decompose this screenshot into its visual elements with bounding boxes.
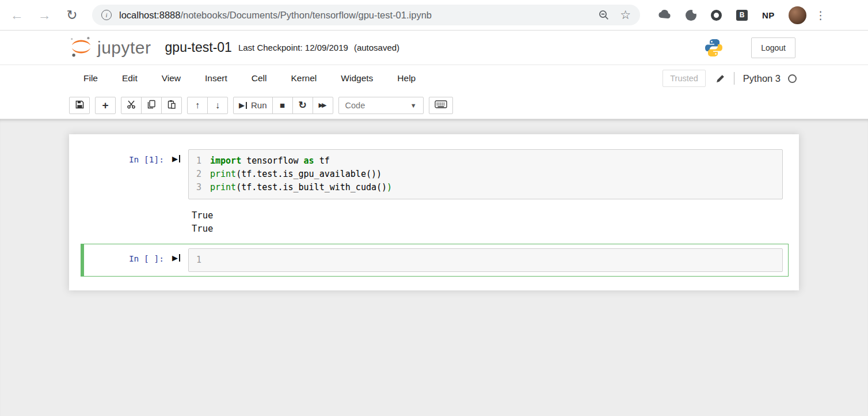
forward-icon[interactable]: → bbox=[37, 7, 52, 22]
keyboard-icon bbox=[435, 100, 447, 111]
browser-menu-icon[interactable]: ⋮ bbox=[814, 9, 827, 22]
code-editor-2[interactable]: 1 bbox=[188, 248, 783, 272]
code-cell-1[interactable]: In [1]: ▶ 1 import tensorflow as tf 2 pr… bbox=[69, 146, 799, 202]
copy-icon bbox=[147, 100, 156, 111]
browser-toolbar: ← → ↻ i localhost:8888/notebooks/Documen… bbox=[0, 0, 868, 31]
menu-item-file[interactable]: File bbox=[71, 70, 110, 87]
copy-cell-button[interactable] bbox=[141, 97, 162, 114]
line-number: 1 bbox=[189, 254, 210, 267]
down-arrow-icon: ↓ bbox=[215, 100, 220, 111]
menu-item-kernel[interactable]: Kernel bbox=[279, 70, 329, 87]
address-bar[interactable]: i localhost:8888/notebooks/Documents/Pyt… bbox=[92, 5, 640, 25]
jupyter-header: jupyter gpu-test-01 Last Checkpoint: 12/… bbox=[0, 31, 868, 65]
restart-icon: ↻ bbox=[298, 99, 306, 111]
cloud-extension-icon[interactable] bbox=[657, 9, 671, 21]
code-cell-2-selected[interactable]: In [ ]: ▶ 1 bbox=[81, 244, 789, 277]
code-line: 1 import tensorflow as tf bbox=[189, 154, 778, 168]
autosave-text: (autosaved) bbox=[354, 43, 399, 52]
run-cell-icon[interactable]: ▶ bbox=[164, 248, 188, 262]
code-line: 3 print(tf.test.is_built_with_cuda()) bbox=[189, 181, 778, 194]
save-icon bbox=[75, 100, 84, 111]
menu-item-edit[interactable]: Edit bbox=[110, 70, 150, 87]
jupyter-wordmark[interactable]: jupyter bbox=[97, 38, 151, 58]
notebook-container: In [1]: ▶ 1 import tensorflow as tf 2 pr… bbox=[69, 134, 799, 290]
bookmark-star-icon[interactable]: ☆ bbox=[620, 8, 631, 22]
add-cell-button[interactable]: + bbox=[95, 97, 116, 114]
run-cell-icon[interactable]: ▶ bbox=[164, 149, 188, 162]
keyboard-shortcuts-button[interactable] bbox=[429, 97, 453, 114]
menu-item-help[interactable]: Help bbox=[385, 70, 428, 87]
up-arrow-icon: ↑ bbox=[195, 100, 200, 111]
cell-output: True True bbox=[192, 202, 799, 237]
reload-icon[interactable]: ↻ bbox=[64, 7, 79, 22]
plus-icon: + bbox=[102, 99, 108, 112]
output-line: True bbox=[192, 209, 799, 222]
paste-cell-button[interactable] bbox=[161, 97, 182, 114]
trusted-badge[interactable]: Trusted bbox=[663, 70, 706, 87]
profile-avatar[interactable] bbox=[789, 6, 806, 24]
cell-type-select[interactable]: Code ▼ bbox=[338, 97, 424, 114]
menu-item-view[interactable]: View bbox=[150, 70, 193, 87]
url-host: localhost:8888 bbox=[119, 10, 180, 20]
cut-cell-button[interactable] bbox=[121, 97, 142, 114]
run-icon: ▶ bbox=[239, 101, 247, 109]
back-icon[interactable]: ← bbox=[9, 7, 24, 22]
run-label: Run bbox=[251, 100, 267, 110]
zoom-icon[interactable] bbox=[598, 9, 610, 21]
output-line: True bbox=[192, 222, 799, 236]
jupyter-logo-icon[interactable] bbox=[69, 35, 93, 61]
notebook-toolbar: + ↑ ↓ ▶ bbox=[0, 92, 868, 119]
restart-kernel-button[interactable]: ↻ bbox=[292, 97, 313, 114]
menubar-divider bbox=[734, 72, 734, 85]
chevron-down-icon: ▼ bbox=[410, 102, 417, 109]
extensions-row: B NP bbox=[657, 9, 775, 21]
line-number: 1 bbox=[189, 154, 210, 168]
run-button[interactable]: ▶ Run bbox=[233, 97, 273, 114]
page-info-icon[interactable]: i bbox=[101, 10, 112, 20]
menu-item-insert[interactable]: Insert bbox=[193, 70, 239, 87]
pencil-icon[interactable] bbox=[715, 74, 725, 84]
checkpoint-text: Last Checkpoint: 12/09/2019 bbox=[238, 43, 348, 52]
circle-extension-icon[interactable] bbox=[686, 10, 696, 21]
menu-item-widgets[interactable]: Widgets bbox=[329, 70, 385, 87]
logout-button[interactable]: Logout bbox=[751, 37, 795, 58]
screen: ← → ↻ i localhost:8888/notebooks/Documen… bbox=[0, 0, 868, 416]
np-extension-icon[interactable]: NP bbox=[762, 10, 775, 20]
kernel-status-icon bbox=[788, 74, 797, 83]
cell-type-value: Code bbox=[345, 101, 366, 110]
scissors-icon bbox=[127, 100, 136, 111]
save-button[interactable] bbox=[69, 97, 90, 114]
kernel-name: Python 3 bbox=[743, 73, 781, 84]
line-number: 2 bbox=[189, 168, 210, 181]
input-prompt: In [ ]: bbox=[84, 248, 164, 263]
notebook-title[interactable]: gpu-test-01 bbox=[165, 40, 232, 55]
menu-item-cell[interactable]: Cell bbox=[239, 70, 279, 87]
code-editor-1[interactable]: 1 import tensorflow as tf 2 print(tf.tes… bbox=[188, 149, 783, 199]
b-extension-icon[interactable]: B bbox=[736, 10, 748, 21]
url-path: /notebooks/Documents/Python/tensorflow/g… bbox=[180, 10, 432, 20]
notebook-menubar: File Edit View Insert Cell Kernel Widget… bbox=[0, 65, 868, 92]
menubar-right: Trusted Python 3 bbox=[663, 70, 797, 87]
url-text[interactable]: localhost:8888/notebooks/Documents/Pytho… bbox=[119, 10, 588, 21]
notebook-body: In [1]: ▶ 1 import tensorflow as tf 2 pr… bbox=[0, 119, 868, 416]
code-line: 2 print(tf.test.is_gpu_available()) bbox=[189, 168, 778, 181]
restart-run-all-button[interactable]: ▶▶ bbox=[313, 97, 333, 114]
ring-extension-icon[interactable] bbox=[711, 10, 722, 21]
interrupt-kernel-button[interactable]: ■ bbox=[272, 97, 293, 114]
fast-forward-icon: ▶▶ bbox=[319, 101, 327, 109]
move-cell-down-button[interactable]: ↓ bbox=[207, 97, 228, 114]
move-cell-up-button[interactable]: ↑ bbox=[187, 97, 208, 114]
paste-icon bbox=[167, 100, 176, 111]
input-prompt: In [1]: bbox=[69, 149, 164, 164]
code-line: 1 bbox=[189, 254, 778, 267]
line-number: 3 bbox=[189, 181, 210, 194]
python-logo-icon bbox=[704, 38, 724, 58]
stop-icon: ■ bbox=[280, 100, 285, 110]
